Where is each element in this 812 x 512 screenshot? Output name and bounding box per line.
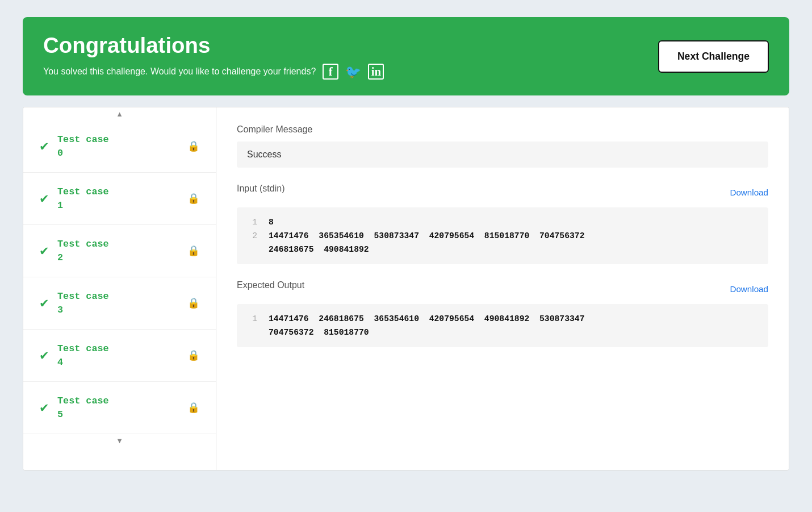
- input-line-num-1: 1: [247, 218, 257, 227]
- test-case-item-0[interactable]: ✔ Test case0 🔒: [23, 120, 216, 173]
- input-line-3: 246818675 490841892: [247, 243, 758, 256]
- congrats-banner: Congratulations You solved this challeng…: [23, 17, 789, 95]
- test-case-label-5: Test case5: [57, 394, 109, 421]
- output-header: Expected Output Download: [237, 280, 768, 297]
- input-line-1: 1 8: [247, 215, 758, 229]
- input-line-content-3: 246818675 490841892: [269, 245, 369, 254]
- output-line-content-2: 704756372 815018770: [269, 328, 369, 337]
- input-title: Input (stdin): [237, 184, 284, 194]
- compiler-message-value: Success: [237, 141, 768, 168]
- check-icon-3: ✔: [39, 297, 49, 310]
- test-case-label-0: Test case0: [57, 133, 109, 160]
- input-line-content-2: 14471476 365354610 530873347 420795654 8…: [269, 231, 584, 240]
- scroll-down-arrow[interactable]: ▼: [23, 434, 216, 447]
- lock-icon-2: 🔒: [187, 245, 200, 257]
- test-case-item-1[interactable]: ✔ Test case1 🔒: [23, 173, 216, 225]
- input-line-num-2: 2: [247, 231, 257, 240]
- lock-icon-0: 🔒: [187, 140, 200, 152]
- congrats-subtitle: You solved this challenge. Would you lik…: [43, 64, 384, 80]
- facebook-icon[interactable]: f: [323, 64, 338, 80]
- social-icons: f 🐦 in: [323, 64, 384, 80]
- results-panel: Compiler Message Success Input (stdin) D…: [216, 107, 789, 470]
- input-line-2: 2 14471476 365354610 530873347 420795654…: [247, 229, 758, 243]
- test-case-item-5[interactable]: ✔ Test case5 🔒: [23, 382, 216, 434]
- next-challenge-button[interactable]: Next Challenge: [658, 40, 769, 73]
- lock-icon-5: 🔒: [187, 402, 200, 414]
- check-icon-1: ✔: [39, 192, 49, 206]
- congrats-left: Congratulations You solved this challeng…: [43, 33, 384, 80]
- output-line-2: 704756372 815018770: [247, 326, 758, 339]
- test-case-label-2: Test case2: [57, 238, 109, 264]
- output-code-box: 1 14471476 246818675 365354610 420795654…: [237, 304, 768, 347]
- output-section: Expected Output Download 1 14471476 2468…: [237, 280, 768, 347]
- input-line-content-1: 8: [269, 218, 274, 227]
- scroll-up-arrow[interactable]: ▲: [23, 107, 216, 120]
- output-line-num-2: [247, 328, 257, 337]
- test-case-label-3: Test case3: [57, 290, 109, 317]
- twitter-icon[interactable]: 🐦: [345, 64, 361, 80]
- test-case-item-3[interactable]: ✔ Test case3 🔒: [23, 277, 216, 330]
- check-icon-2: ✔: [39, 244, 49, 258]
- input-code-box: 1 8 2 14471476 365354610 530873347 42079…: [237, 207, 768, 264]
- check-icon-4: ✔: [39, 349, 49, 363]
- output-title: Expected Output: [237, 280, 304, 290]
- output-download-link[interactable]: Download: [730, 284, 768, 294]
- output-line-content-1: 14471476 246818675 365354610 420795654 4…: [269, 314, 584, 323]
- input-download-link[interactable]: Download: [730, 188, 768, 197]
- compiler-message-title: Compiler Message: [237, 124, 768, 135]
- test-case-item-2[interactable]: ✔ Test case2 🔒: [23, 225, 216, 277]
- input-line-num-3: [247, 245, 257, 254]
- input-header: Input (stdin) Download: [237, 184, 768, 201]
- test-case-label-4: Test case4: [57, 342, 109, 369]
- test-case-item-4[interactable]: ✔ Test case4 🔒: [23, 330, 216, 382]
- linkedin-icon[interactable]: in: [368, 64, 384, 80]
- output-line-num-1: 1: [247, 314, 257, 323]
- check-icon-5: ✔: [39, 401, 49, 415]
- lock-icon-1: 🔒: [187, 193, 200, 205]
- input-section: Input (stdin) Download 1 8 2 14471476 36…: [237, 184, 768, 264]
- test-case-label-1: Test case1: [57, 185, 109, 212]
- congrats-title: Congratulations: [43, 33, 384, 58]
- output-line-1: 1 14471476 246818675 365354610 420795654…: [247, 312, 758, 326]
- lock-icon-4: 🔒: [187, 349, 200, 361]
- lock-icon-3: 🔒: [187, 297, 200, 309]
- main-content: ▲ ✔ Test case0 🔒 ✔ Test case1 🔒 ✔ Test c…: [23, 107, 789, 471]
- test-cases-panel: ▲ ✔ Test case0 🔒 ✔ Test case1 🔒 ✔ Test c…: [23, 107, 216, 470]
- compiler-message-section: Compiler Message Success: [237, 124, 768, 168]
- check-icon-0: ✔: [39, 140, 49, 153]
